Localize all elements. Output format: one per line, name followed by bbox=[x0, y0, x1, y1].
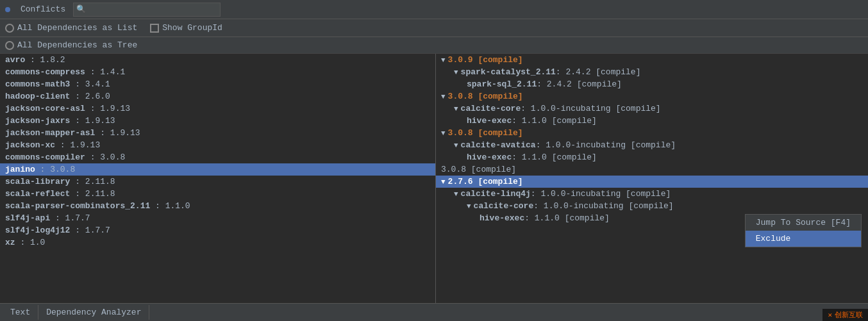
arrow-down-icon: ▼ bbox=[441, 56, 446, 64]
tree-scope-label: : 1.1.0 [compile] bbox=[512, 152, 597, 162]
tab-text[interactable]: Text bbox=[3, 305, 38, 320]
list-item[interactable]: jackson-jaxrs : 1.9.13 bbox=[0, 115, 435, 127]
arrow-down-icon: ▼ bbox=[454, 142, 458, 149]
tree-scope-label: : 1.0.0-incubating [compile] bbox=[533, 201, 673, 211]
list-item[interactable]: commons-compress : 1.4.1 bbox=[0, 66, 435, 78]
list-item[interactable]: avro : 1.8.2 bbox=[0, 54, 435, 66]
tree-item: hive-exec : 1.1.0 [compile] bbox=[436, 151, 868, 163]
tree-version-label: 3.0.9 [compile] bbox=[448, 55, 523, 65]
list-item[interactable]: commons-compiler : 3.0.8 bbox=[0, 151, 435, 163]
tree-version-label: 2.7.6 [compile] bbox=[448, 177, 523, 186]
tree-version-header: ▼ 3.0.8 [compile] bbox=[436, 90, 868, 103]
top-bar: Conflicts 🔍 bbox=[0, 0, 868, 19]
list-item[interactable]: scala-reflect : 2.11.8 bbox=[0, 188, 435, 200]
tab-dependency-analyzer[interactable]: Dependency Analyzer bbox=[38, 305, 149, 320]
tree-artifact-label: calcite-avatica bbox=[461, 140, 536, 150]
watermark-icon: ✕ bbox=[828, 311, 832, 319]
tree-scope-label: : 1.0.0-incubating [compile] bbox=[521, 104, 660, 113]
tree-item: hive-exec : 1.1.0 [compile] bbox=[436, 115, 868, 127]
version-avro: : 1.8.2 bbox=[25, 55, 65, 65]
tree-item: ▼ calcite-core : 1.0.0-incubating [compi… bbox=[436, 103, 868, 115]
tab-text-label: Text bbox=[10, 308, 30, 317]
arrow-down-icon: ▼ bbox=[454, 190, 458, 198]
radio-circle-1 bbox=[5, 24, 14, 33]
watermark: ✕ 创新互联 bbox=[822, 309, 868, 321]
list-item[interactable]: slf4j-log4j12 : 1.7.7 bbox=[0, 224, 435, 236]
tree-version-header: ▼ 3.0.8 [compile] bbox=[436, 127, 868, 139]
arrow-down-icon: ▼ bbox=[467, 202, 471, 210]
tree-version-header: ▼ 3.0.9 [compile] bbox=[436, 54, 868, 66]
list-item[interactable]: scala-parser-combinators_2.11 : 1.1.0 bbox=[0, 200, 435, 212]
checkbox-box-1 bbox=[150, 24, 159, 33]
tree-version-header-highlighted: ▼ 2.7.6 [compile] bbox=[436, 176, 868, 188]
list-item[interactable]: jackson-mapper-asl : 1.9.13 bbox=[0, 127, 435, 139]
radio-circle-2 bbox=[5, 41, 14, 50]
tree-item: ▼ calcite-core : 1.0.0-incubating [compi… bbox=[436, 200, 868, 212]
list-item[interactable]: hadoop-client : 2.6.0 bbox=[0, 90, 435, 103]
tree-artifact-label: hive-exec bbox=[480, 213, 524, 223]
radio-row-1: All Dependencies as List Show GroupId bbox=[0, 19, 868, 37]
tree-artifact-label: calcite-core bbox=[474, 201, 534, 211]
tree-version-label: 3.0.8 [compile] bbox=[448, 92, 523, 101]
radio-row-2: All Dependencies as Tree bbox=[0, 37, 868, 54]
list-item[interactable]: slf4j-api : 1.7.7 bbox=[0, 212, 435, 224]
main-content: avro : 1.8.2 commons-compress : 1.4.1 co… bbox=[0, 54, 868, 303]
arrow-down-icon: ▼ bbox=[441, 178, 446, 186]
list-item[interactable]: scala-library : 2.11.8 bbox=[0, 176, 435, 188]
arrow-down-icon: ▼ bbox=[454, 105, 458, 113]
tree-scope-label: : 1.0.0-incubating [compile] bbox=[531, 189, 671, 199]
bottom-tabs: Text Dependency Analyzer bbox=[0, 303, 868, 321]
all-deps-tree-label: All Dependencies as Tree bbox=[17, 40, 137, 50]
arrow-down-icon: ▼ bbox=[454, 69, 458, 76]
tree-item: ▼ calcite-linq4j : 1.0.0-incubating [com… bbox=[436, 188, 868, 200]
tree-item: ▼ spark-catalyst_2.11 : 2.4.2 [compile] bbox=[436, 66, 868, 78]
tree-scope-label: : 1.0.0-incubating [compile] bbox=[536, 140, 676, 150]
arrow-down-icon: ▼ bbox=[441, 93, 446, 101]
tree-scope-label: : 2.4.2 [compile] bbox=[556, 67, 641, 77]
arrow-down-icon: ▼ bbox=[441, 129, 446, 137]
tree-plain-item: 3.0.8 [compile] bbox=[436, 163, 868, 176]
tree-artifact-label: calcite-linq4j bbox=[461, 189, 531, 199]
list-item-selected[interactable]: janino : 3.0.8 bbox=[0, 163, 435, 176]
context-menu: Jump To Source [F4] Exclude bbox=[745, 214, 862, 247]
tree-version-label: 3.0.8 [compile] bbox=[448, 128, 523, 138]
artifact-avro: avro bbox=[5, 55, 25, 65]
search-icon: 🔍 bbox=[76, 4, 86, 14]
tree-item: spark-sql_2.11 : 2.4.2 [compile] bbox=[436, 78, 868, 90]
list-item[interactable]: commons-math3 : 3.4.1 bbox=[0, 78, 435, 90]
right-panel[interactable]: ▼ 3.0.9 [compile] ▼ spark-catalyst_2.11 … bbox=[436, 54, 868, 303]
jump-to-source-menu-item[interactable]: Jump To Source [F4] bbox=[746, 215, 861, 231]
watermark-text: 创新互联 bbox=[835, 310, 863, 320]
tree-artifact-label: 3.0.8 [compile] bbox=[441, 165, 516, 174]
tree-item: ▼ calcite-avatica : 1.0.0-incubating [co… bbox=[436, 139, 868, 151]
search-box[interactable]: 🔍 bbox=[73, 3, 221, 17]
tree-scope-label: : 1.1.0 [compile] bbox=[524, 213, 610, 223]
tree-scope-label: : 1.1.0 [compile] bbox=[512, 116, 597, 126]
tree-artifact-label: spark-catalyst_2.11 bbox=[461, 67, 556, 77]
tree-artifact-label: calcite-core bbox=[461, 104, 521, 113]
tree-artifact-label: hive-exec bbox=[467, 116, 512, 126]
list-item[interactable]: jackson-xc : 1.9.13 bbox=[0, 139, 435, 151]
conflicts-label: Conflicts bbox=[21, 4, 65, 14]
show-groupid-checkbox[interactable]: Show GroupId bbox=[150, 23, 222, 33]
list-item[interactable]: xz : 1.0 bbox=[0, 236, 435, 249]
all-deps-list-label: All Dependencies as List bbox=[17, 23, 137, 33]
jump-to-source-label: Jump To Source [F4] bbox=[756, 218, 851, 227]
exclude-label: Exclude bbox=[756, 234, 791, 243]
tree-artifact-label: hive-exec bbox=[467, 152, 512, 162]
all-deps-list-radio[interactable]: All Dependencies as List bbox=[5, 23, 137, 33]
tree-scope-label: : 2.4.2 [compile] bbox=[537, 79, 622, 89]
show-groupid-label: Show GroupId bbox=[162, 23, 222, 33]
left-panel[interactable]: avro : 1.8.2 commons-compress : 1.4.1 co… bbox=[0, 54, 436, 303]
list-item[interactable]: jackson-core-asl : 1.9.13 bbox=[0, 103, 435, 115]
conflicts-dot bbox=[5, 7, 10, 12]
tree-artifact-label: spark-sql_2.11 bbox=[467, 79, 537, 89]
exclude-menu-item[interactable]: Exclude bbox=[746, 231, 861, 247]
all-deps-tree-radio[interactable]: All Dependencies as Tree bbox=[5, 40, 137, 50]
tab-dep-analyzer-label: Dependency Analyzer bbox=[46, 308, 141, 317]
